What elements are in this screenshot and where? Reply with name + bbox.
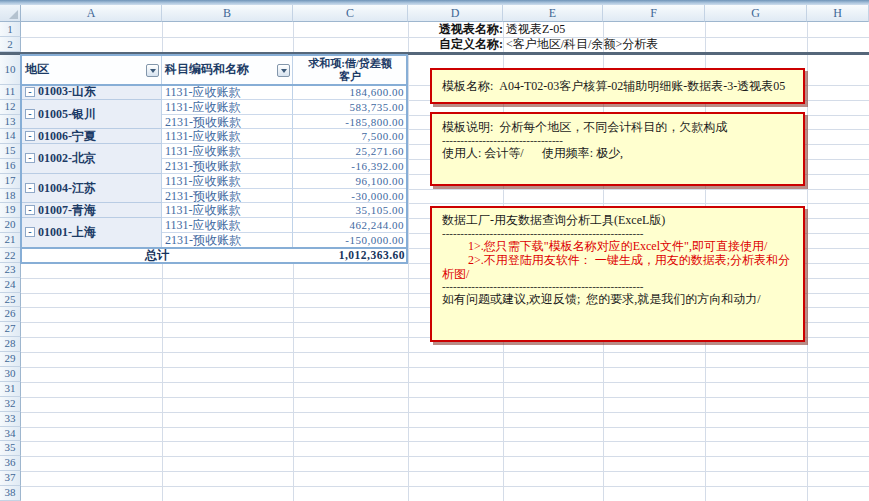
- pivot-row-label-subject[interactable]: 1131-应收账款: [162, 218, 293, 233]
- collapse-button[interactable]: -: [25, 109, 35, 119]
- collapse-button[interactable]: -: [25, 205, 35, 215]
- pivot-value-cell[interactable]: -185,800.00: [293, 115, 408, 130]
- collapse-button[interactable]: -: [25, 227, 35, 237]
- pivot-value-cell[interactable]: 25,271.60: [293, 144, 408, 159]
- pivot-row-label-subject[interactable]: 1131-应收账款: [162, 85, 293, 100]
- region-label: 01006-宁夏: [38, 129, 96, 144]
- pivot-value-cell[interactable]: -150,000.00: [293, 233, 408, 248]
- column-header-B[interactable]: B: [162, 5, 293, 22]
- row-header-29[interactable]: 29: [0, 352, 21, 367]
- row-header-36[interactable]: 36: [0, 456, 21, 471]
- row-header-10[interactable]: 10: [0, 55, 21, 85]
- pivot-border: [21, 84, 408, 86]
- column-header-G[interactable]: G: [705, 5, 807, 22]
- collapse-button[interactable]: -: [25, 131, 35, 141]
- pivot-row-label-region[interactable]: -01001-上海: [21, 218, 162, 248]
- row-header-13[interactable]: 13: [0, 115, 21, 130]
- row-header-1[interactable]: 1: [0, 22, 21, 37]
- row-header-27[interactable]: 27: [0, 322, 21, 337]
- gridline: [807, 22, 808, 501]
- pivot-name-label-cell[interactable]: 透视表名称:: [408, 22, 503, 37]
- row-header-20[interactable]: 20: [0, 218, 21, 233]
- row-header-17[interactable]: 17: [0, 174, 21, 189]
- row-header-16[interactable]: 16: [0, 159, 21, 174]
- row-header-24[interactable]: 24: [0, 278, 21, 293]
- column-header-H[interactable]: H: [807, 5, 869, 22]
- chevron-down-icon: [281, 69, 287, 73]
- collapse-button[interactable]: -: [25, 153, 35, 163]
- row-header-34[interactable]: 34: [0, 427, 21, 442]
- note-box-promo[interactable]: 数据工厂-用友数据查询分析工具(ExceL版)-----------------…: [430, 206, 805, 342]
- pivot-value-cell[interactable]: 35,105.00: [293, 203, 408, 218]
- pivot-row-label-subject[interactable]: 1131-应收账款: [162, 144, 293, 159]
- pivot-row-label-subject[interactable]: 1131-应收账款: [162, 203, 293, 218]
- gridline: [21, 441, 869, 442]
- note-box-template-name[interactable]: 模板名称: A04-T02-03客户核算-02辅助明细账-数据表-3-透视表05: [430, 68, 805, 104]
- row-header-19[interactable]: 19: [0, 203, 21, 218]
- pivot-row-label-subject[interactable]: 2131-预收账款: [162, 159, 293, 174]
- row-header-33[interactable]: 33: [0, 412, 21, 427]
- custom-name-label-cell[interactable]: 自定义名称:: [408, 37, 503, 52]
- pivot-row-label-region[interactable]: -01004-江苏: [21, 174, 162, 204]
- pivot-header-value[interactable]: 求和项:借/贷差额客户: [293, 55, 408, 85]
- pivot-row-label-subject[interactable]: 2131-预收账款: [162, 189, 293, 204]
- row-header-11[interactable]: 11: [0, 85, 21, 100]
- row-header-25[interactable]: 25: [0, 293, 21, 308]
- row-header-35[interactable]: 35: [0, 441, 21, 456]
- row-header-32[interactable]: 32: [0, 397, 21, 412]
- row-header-15[interactable]: 15: [0, 144, 21, 159]
- row-header-38[interactable]: 38: [0, 486, 21, 501]
- row-header-28[interactable]: 28: [0, 337, 21, 352]
- pivot-row-label-subject[interactable]: 1131-应收账款: [162, 174, 293, 189]
- pivot-row-label-region[interactable]: -01002-北京: [21, 144, 162, 174]
- row-header-22[interactable]: 22: [0, 248, 21, 263]
- pivot-header-value-line1: 求和项:借/贷差额: [293, 57, 407, 70]
- pivot-row-label-region[interactable]: -01006-宁夏: [21, 129, 162, 144]
- pivot-value-cell[interactable]: 7,500.00: [293, 129, 408, 144]
- pivot-value-cell[interactable]: 462,244.00: [293, 218, 408, 233]
- row-header-37[interactable]: 37: [0, 471, 21, 486]
- column-header-D[interactable]: D: [408, 5, 503, 22]
- column-header-C[interactable]: C: [293, 5, 408, 22]
- row-header-26[interactable]: 26: [0, 307, 21, 322]
- row-header-31[interactable]: 31: [0, 382, 21, 397]
- custom-name-value-cell[interactable]: <客户地区/科目/余额>分析表: [506, 37, 766, 52]
- pivot-border: [21, 54, 408, 56]
- pivot-row-label-region[interactable]: -01003-山东: [21, 85, 162, 100]
- pivot-row-label-region[interactable]: -01005-银川: [21, 100, 162, 130]
- note-line: 使用人: 会计等/ 使用频率: 极少,: [442, 146, 793, 161]
- row-header-21[interactable]: 21: [0, 233, 21, 248]
- collapse-button[interactable]: -: [25, 183, 35, 193]
- pivot-total-label[interactable]: 总计: [21, 248, 293, 263]
- pivot-value-cell[interactable]: 184,600.00: [293, 85, 408, 100]
- collapse-button[interactable]: -: [25, 87, 35, 97]
- note-box-description[interactable]: 模板说明: 分析每个地区，不同会计科目的，欠款构成---------------…: [430, 112, 805, 186]
- filter-dropdown-subject[interactable]: [277, 64, 290, 77]
- column-header-F[interactable]: F: [603, 5, 705, 22]
- pivot-row-label-subject[interactable]: 2131-预收账款: [162, 115, 293, 130]
- row-header-23[interactable]: 23: [0, 263, 21, 278]
- row-header-18[interactable]: 18: [0, 189, 21, 204]
- pivot-row-label-subject[interactable]: 1131-应收账款: [162, 100, 293, 115]
- pivot-value-cell[interactable]: 583,735.00: [293, 100, 408, 115]
- pivot-header-subject[interactable]: 科目编码和名称: [162, 55, 293, 85]
- row-header-2[interactable]: 2: [0, 37, 21, 52]
- row-header-12[interactable]: 12: [0, 100, 21, 115]
- region-label: 01001-上海: [38, 224, 96, 241]
- pivot-value-cell[interactable]: 96,100.00: [293, 174, 408, 189]
- filter-dropdown-region[interactable]: [146, 64, 159, 77]
- column-header-E[interactable]: E: [503, 5, 603, 22]
- column-header-A[interactable]: A: [21, 5, 162, 22]
- pivot-row-label-region[interactable]: -01007-青海: [21, 203, 162, 218]
- pivot-value-cell[interactable]: -16,392.00: [293, 159, 408, 174]
- pivot-name-value-cell[interactable]: 透视表Z-05: [506, 22, 726, 37]
- pivot-row-label-subject[interactable]: 2131-预收账款: [162, 233, 293, 248]
- pivot-row-label-subject[interactable]: 1131-应收账款: [162, 129, 293, 144]
- pivot-border: [20, 54, 22, 264]
- select-all-corner[interactable]: [0, 5, 21, 22]
- row-header-14[interactable]: 14: [0, 129, 21, 144]
- pivot-value-cell[interactable]: -30,000.00: [293, 189, 408, 204]
- row-header-30[interactable]: 30: [0, 367, 21, 382]
- pivot-total-value[interactable]: 1,012,363.60: [293, 248, 408, 263]
- pivot-header-region[interactable]: 地区: [21, 55, 162, 85]
